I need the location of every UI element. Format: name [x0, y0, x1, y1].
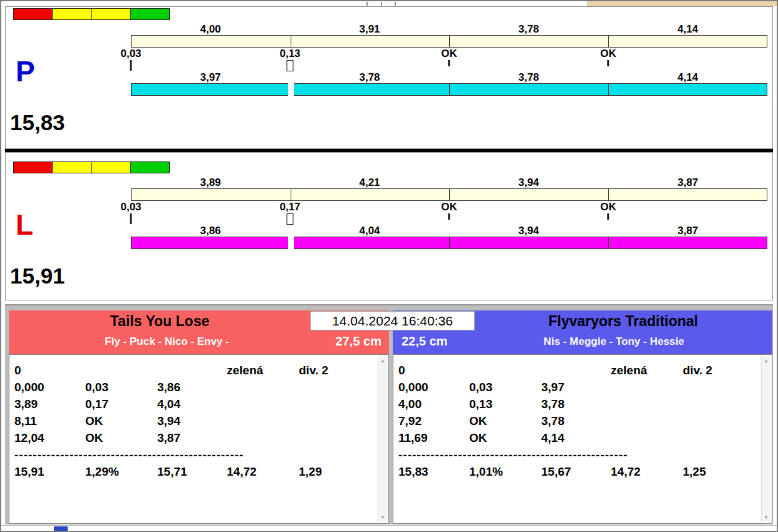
split-time-label: 3,78	[359, 71, 380, 84]
window-button-sliver	[381, 2, 382, 6]
result-row: 3,89 0,17 4,04	[14, 396, 388, 412]
bar-separator	[608, 36, 609, 47]
summary-cell: 15,67	[541, 463, 611, 480]
result-row: 4,00 0,13 3,78	[398, 396, 772, 412]
lane-bars: 3,89 4,21 3,94 3,87 0,03 0,17	[131, 160, 767, 254]
team-members: Fly - Puck - Nico - Envy -	[9, 331, 325, 354]
result-cell	[611, 412, 683, 429]
scroll-up-icon[interactable]: ▲	[762, 358, 770, 364]
result-cell: 0,000	[14, 379, 85, 396]
scrollbar[interactable]: ▲ ▼	[761, 356, 770, 522]
taskbar-accent	[54, 526, 68, 531]
split-time-label: 3,86	[200, 225, 220, 237]
split-time-label: 3,78	[518, 23, 539, 36]
measured-split-labels: 3,86 4,04 3,94 3,87	[131, 225, 767, 236]
traffic-yellow-cell-2	[92, 9, 130, 19]
split-time-label: 3,94	[518, 176, 539, 189]
split-time-label: 3,87	[677, 176, 698, 189]
window-button-sliver	[395, 2, 396, 6]
result-cell: OK	[85, 429, 157, 446]
tick: 0,13	[279, 48, 300, 71]
result-cell: 3,78	[541, 412, 611, 429]
lane-l-panel: L 15,91 3,89 4,21 3,94 3,87 0,03 0,17	[5, 152, 773, 300]
reference-split-labels: 3,89 4,21 3,94 3,87	[131, 176, 767, 188]
result-cell: 4,14	[541, 429, 611, 446]
result-cell: 0	[398, 362, 469, 379]
split-time-label: 3,89	[200, 176, 220, 189]
lane-p-content: P 15,83 4,00 3,91 3,78 4,14 0,03 0,13	[6, 7, 772, 148]
result-cell: OK	[469, 429, 541, 446]
team-results-table: 0 zelená div. 2 0,000 0,03 3,86 3,89 0,1…	[9, 354, 389, 524]
lane-total-time: 15,83	[10, 111, 65, 135]
tick-mark-line	[449, 60, 450, 66]
tick: 0,17	[279, 201, 300, 225]
tick-mark-line	[608, 213, 609, 220]
result-row: 8,11 OK 3,94	[14, 412, 388, 429]
team-panel-left: Tails You Lose Fly - Puck - Nico - Envy …	[9, 310, 389, 524]
split-time-label: 3,94	[518, 225, 539, 237]
jump-height-label: 27,5 cm	[336, 331, 381, 354]
tick-label: OK	[600, 48, 616, 59]
summary-cell: 15,83	[398, 463, 469, 480]
result-cell	[227, 396, 299, 412]
lane-letter: P	[16, 57, 35, 86]
result-cell: 3,78	[541, 396, 611, 412]
summary-cell: 1,01%	[469, 463, 541, 480]
tick-label: 0,13	[279, 48, 300, 59]
split-time-label: 3,91	[359, 23, 380, 36]
measured-split-labels: 3,97 3,78 3,78 4,14	[131, 71, 767, 83]
result-cell: 0	[14, 362, 85, 379]
bar-separator	[449, 189, 450, 200]
scroll-down-icon[interactable]: ▼	[762, 514, 770, 520]
split-time-label: 4,21	[359, 176, 380, 189]
tick-mark-box	[287, 60, 294, 71]
result-cell	[227, 412, 299, 429]
result-cell	[683, 429, 772, 446]
traffic-yellow-cell	[53, 9, 91, 19]
result-cell: 7,92	[398, 412, 469, 429]
result-cell	[683, 379, 772, 396]
result-cell: 12,04	[14, 429, 85, 446]
tick: OK	[600, 201, 616, 220]
scroll-up-icon[interactable]: ▲	[378, 358, 387, 364]
bar-separator	[608, 84, 609, 95]
result-cell	[227, 379, 299, 396]
tick: OK	[600, 48, 616, 66]
traffic-yellow-cell-2	[92, 162, 130, 173]
lane-total-time: 15,91	[10, 264, 65, 289]
result-cell	[611, 429, 683, 446]
window-top-edge	[1, 1, 777, 6]
result-cell: 0,03	[85, 379, 157, 396]
scroll-down-icon[interactable]: ▼	[378, 514, 387, 520]
bar-separator	[291, 36, 291, 47]
result-cell: 3,97	[541, 379, 611, 396]
result-cell	[683, 412, 772, 429]
summary-cell: 14,72	[611, 463, 683, 480]
result-cell	[299, 396, 388, 412]
scrollbar[interactable]: ▲ ▼	[378, 356, 387, 522]
split-time-label: 3,78	[518, 71, 539, 84]
result-cell	[611, 396, 683, 412]
result-cell: 11,69	[398, 429, 469, 446]
tick-label: OK	[600, 201, 616, 213]
result-cell: div. 2	[299, 362, 388, 379]
result-cell: zelená	[227, 362, 299, 379]
result-cell: div. 2	[683, 362, 772, 379]
result-cell	[611, 379, 683, 396]
result-row: 12,04 OK 3,87	[14, 429, 388, 446]
bar-separator	[449, 84, 450, 95]
result-row: 0,000 0,03 3,86	[14, 379, 388, 396]
summary-cell: 1,29%	[85, 463, 157, 480]
delta-ticks: 0,03 0,17 OK OK	[131, 201, 767, 227]
reference-split-labels: 4,00 3,91 3,78 4,14	[131, 23, 767, 34]
team-members: Nis - Meggie - Tony - Hessie	[455, 331, 772, 354]
window-button-sliver	[366, 2, 368, 6]
result-separator: ----------------------------------------…	[398, 446, 636, 463]
team-panel-right: Flyvaryors Traditional Nis - Meggie - To…	[393, 310, 772, 524]
reference-bar	[131, 35, 767, 48]
summary-cell: 1,29	[299, 463, 388, 480]
result-cell: 0,13	[469, 396, 541, 412]
window-bottom-edge	[1, 525, 777, 531]
tick: OK	[441, 201, 457, 220]
bar-separator	[608, 237, 609, 248]
